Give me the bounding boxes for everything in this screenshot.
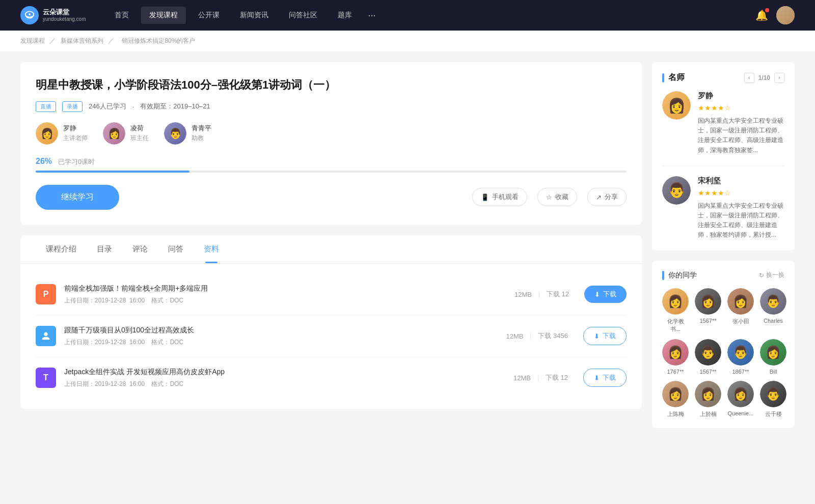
student-name-2: 张小田 [732,318,749,325]
resource-size-2: 12MB [513,374,531,382]
star-icon: ☆ [546,193,552,201]
content-right: 名师 ‹ 1/10 › 👩 罗静 ★★★★☆ 国内某重点大学安全工程专业硕士，国… [652,62,795,438]
student-3: 👨 Charles [760,288,786,333]
teachers-pagination: ‹ 1/10 › [744,73,784,83]
nav-discover[interactable]: 发现课程 [141,7,186,24]
student-6: 👨 1867** [727,339,754,375]
teachers-panel: 名师 ‹ 1/10 › 👩 罗静 ★★★★☆ 国内某重点大学安全工程专业硕士，国… [652,62,795,250]
nav-home[interactable]: 首页 [106,7,137,24]
student-avatar-1: 👩 [695,288,721,315]
nav-news[interactable]: 新闻资讯 [232,7,277,24]
resource-size-0: 12MB [514,291,532,298]
bell-icon[interactable]: 🔔 [755,9,768,21]
nav-more[interactable]: ··· [364,6,380,25]
panel-teacher-name-0: 罗静 [698,91,784,101]
student-9: 👩 上於楠 [695,381,721,418]
student-name-10: Queenie... [728,410,754,416]
tab-intro[interactable]: 课程介绍 [36,235,87,263]
resource-title-2: Jetpack全组件实战 开发短视频应用高仿皮皮虾App [64,368,498,377]
breadcrumb-link-discover[interactable]: 发现课程 [20,37,45,44]
teacher-name-1: 凌荷 [130,124,149,133]
pagination-next[interactable]: › [774,73,784,83]
tabs-card: 课程介绍 目录 评论 问答 资料 P 前端全栈加强版！前端全栈+全周期+多端应用… [20,235,642,409]
student-avatar-5: 👨 [695,339,721,366]
share-button[interactable]: ↗ 分享 [587,188,627,206]
continue-button[interactable]: 继续学习 [36,185,119,210]
student-name-3: Charles [764,318,783,324]
user-avatar[interactable] [776,6,795,24]
student-avatar-7: 👩 [760,339,786,366]
panel-teacher-1: 👨 宋利坚 ★★★★☆ 国内某重点大学安全工程专业硕士，国家一级注册消防工程师、… [662,176,784,240]
pagination-prev[interactable]: ‹ [744,73,754,83]
resource-meta-1: 上传日期：2019-12-28 16:00 格式：DOC [64,338,491,347]
panel-teacher-desc-0: 国内某重点大学安全工程专业硕士，国家一级注册消防工程师、注册安全工程师、高级注册… [698,116,784,155]
student-name-9: 上於楠 [700,410,717,418]
logo-text: 云朵课堂 yundouketang.com [43,8,86,22]
resource-downloads-2: 下载 12 [546,373,568,382]
resource-info-0: 前端全栈加强版！前端全栈+全周期+多端应用 上传日期：2019-12-28 16… [64,284,499,305]
student-avatar-0: 👩 [662,288,689,315]
teacher-info-0: 罗静 主讲老师 [63,124,88,143]
download-button-1[interactable]: ⬇ 下载 [583,327,627,345]
student-name-0: 化学教书... [662,318,689,333]
teacher-avatar-0: 👩 [36,122,58,145]
download-icon-2: ⬇ [594,374,600,382]
resource-info-1: 跟随千万级项目从0到100全过程高效成长 上传日期：2019-12-28 16:… [64,326,491,347]
panel-title-left-teachers: 名师 [662,72,685,83]
teachers-list: 👩 罗静 主讲老师 👩 凌荷 班主任 [36,122,627,145]
tab-catalog[interactable]: 目录 [87,235,122,263]
students-grid: 👩 化学教书... 👩 1567** 👩 张小田 [662,288,784,418]
nav-open[interactable]: 公开课 [190,7,228,24]
breadcrumb-current: 销冠修炼术搞定80%的客户 [122,37,195,44]
tab-qa[interactable]: 问答 [158,235,194,263]
teacher-role-0: 主讲老师 [63,134,88,143]
panel-teacher-avatar-1: 👨 [662,176,691,205]
refresh-students-button[interactable]: ↻ 换一换 [759,271,784,279]
student-2: 👩 张小田 [727,288,754,333]
student-name-11: 云千楼 [765,410,782,418]
tabs-header: 课程介绍 目录 评论 问答 资料 [20,235,642,264]
panel-teacher-info-1: 宋利坚 ★★★★☆ 国内某重点大学安全工程专业硕士，国家一级注册消防工程师、注册… [698,176,784,240]
resource-downloads-1: 下载 3456 [538,331,568,341]
student-10: 👩 Queenie... [727,381,754,418]
student-name-8: 上陈梅 [667,410,684,418]
resource-item-2: T Jetpack全组件实战 开发短视频应用高仿皮皮虾App 上传日期：2019… [36,357,627,399]
resource-item-0: P 前端全栈加强版！前端全栈+全周期+多端应用 上传日期：2019-12-28 … [36,274,627,316]
student-8: 👩 上陈梅 [662,381,689,418]
student-avatar-6: 👨 [727,339,754,366]
badge-live: 直播 [36,101,56,112]
logo[interactable]: 云朵课堂 yundouketang.com [20,6,86,24]
tab-resources[interactable]: 资料 [194,235,229,263]
progress-bar-bg [36,171,627,173]
pagination-current: 1/10 [758,74,770,81]
badge-record: 录播 [62,101,83,112]
student-name-6: 1867** [732,369,749,375]
teacher-0: 👩 罗静 主讲老师 [36,122,88,145]
collect-button[interactable]: ☆ 收藏 [537,188,577,206]
mobile-view-button[interactable]: 📱 手机观看 [472,188,527,206]
tab-comment[interactable]: 评论 [122,235,158,263]
breadcrumb-link-series[interactable]: 新媒体营销系列 [61,37,103,44]
panel-teacher-stars-1: ★★★★☆ [698,189,784,197]
download-button-0[interactable]: ⬇ 下载 [584,286,627,303]
progress-section: 26% 已学习0课时 [36,157,627,173]
panel-label-teachers: 名师 [668,72,685,83]
resource-title-0: 前端全栈加强版！前端全栈+全周期+多端应用 [64,284,499,293]
share-icon: ↗ [596,193,602,201]
student-avatar-8: 👩 [662,381,689,407]
resource-stats-2: 12MB ｜ 下载 12 [513,373,568,382]
nav-quiz[interactable]: 题库 [330,7,360,24]
download-icon-1: ⬇ [594,332,600,340]
nav-qa[interactable]: 问答社区 [281,7,325,24]
resource-stats-0: 12MB ｜ 下载 12 [514,290,569,299]
download-button-2[interactable]: ⬇ 下载 [583,369,627,387]
course-students: 246人已学习 [89,102,126,111]
progress-pct: 26% [36,157,52,165]
student-avatar-9: 👩 [695,381,721,407]
student-avatar-10: 👩 [727,381,754,407]
students-panel: 你的同学 ↻ 换一换 👩 化学教书... 👩 [652,261,795,428]
header: 云朵课堂 yundouketang.com 首页 发现课程 公开课 新闻资讯 问… [0,0,815,31]
student-avatar-3: 👨 [760,288,786,315]
panel-title-bar [662,73,664,82]
student-avatar-11: 👨 [760,381,786,407]
